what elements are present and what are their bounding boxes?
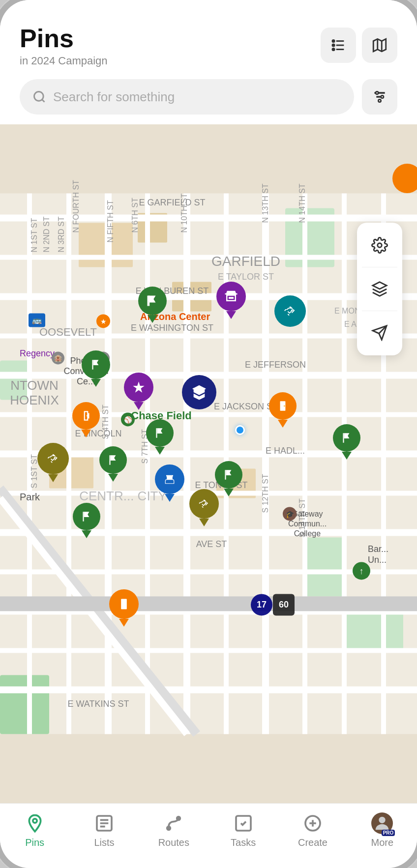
svg-rect-115 [92, 360, 93, 370]
pin-orange-door-3[interactable] [109, 589, 139, 627]
pin-green-flag-1[interactable] [138, 287, 167, 323]
pin-purple-star[interactable] [124, 373, 153, 410]
svg-text:Bar...: Bar... [368, 545, 388, 554]
header-top: Pins in 2024 Campaign [20, 25, 397, 67]
pin-purple-store[interactable] [216, 282, 246, 319]
svg-rect-121 [225, 470, 226, 480]
filter-button[interactable] [362, 79, 397, 115]
location-button[interactable] [362, 315, 397, 350]
svg-text:College: College [294, 530, 321, 538]
search-bar[interactable]: Search for something [20, 79, 354, 115]
svg-text:N FIFTH ST: N FIFTH ST [106, 200, 115, 242]
svg-text:S 4TH ST: S 4TH ST [101, 405, 110, 439]
svg-text:Regency: Regency [20, 349, 55, 359]
pin-orange-door-2[interactable] [269, 392, 297, 428]
svg-text:CENTR... CITY: CENTR... CITY [79, 489, 167, 504]
svg-rect-114 [149, 296, 149, 306]
pin-green-flag-2[interactable] [82, 350, 110, 387]
svg-text:HOENIX: HOENIX [10, 393, 59, 408]
svg-rect-118 [284, 405, 285, 406]
svg-rect-122 [83, 512, 84, 521]
svg-point-138 [178, 817, 179, 819]
svg-point-1 [332, 44, 334, 46]
svg-marker-127 [373, 282, 387, 289]
header: Pins in 2024 Campaign [0, 0, 417, 124]
nav-item-routes[interactable]: Routes [149, 812, 198, 848]
pin-green-flag-3[interactable] [146, 419, 174, 455]
header-icons [321, 28, 397, 63]
svg-line-9 [42, 100, 44, 102]
svg-text:Un...: Un... [368, 555, 387, 565]
nav-item-lists[interactable]: Lists [80, 812, 129, 848]
svg-text:N 6TH ST: N 6TH ST [131, 198, 139, 232]
nav-icon-lists [93, 812, 115, 834]
nav-label-lists: Lists [94, 837, 114, 848]
svg-point-137 [168, 827, 170, 829]
search-row: Search for something [20, 79, 397, 115]
pin-green-flag-4[interactable] [99, 446, 127, 482]
nav-item-pins[interactable]: Pins [10, 812, 60, 848]
nav-label-more: More [371, 837, 394, 848]
svg-rect-21 [0, 675, 49, 734]
svg-text:N 14TH ST: N 14TH ST [298, 183, 306, 223]
pin-green-flag-7[interactable] [333, 424, 360, 460]
svg-point-0 [332, 40, 334, 42]
pin-teal-handshake[interactable] [274, 295, 306, 327]
page-subtitle: in 2024 Campaign [20, 55, 108, 67]
pin-olive-handshake[interactable] [37, 443, 69, 482]
svg-text:GARFIELD: GARFIELD [211, 254, 280, 269]
map-container[interactable]: E GARFIELD ST E VAN BUREN ST E WASHINGTO… [0, 124, 417, 803]
svg-text:E JACKSON ST: E JACKSON ST [214, 402, 278, 412]
nav-item-more[interactable]: PRO More [357, 812, 407, 848]
phone-frame: Pins in 2024 Campaign [0, 0, 417, 868]
list-view-button[interactable] [321, 28, 356, 63]
svg-text:E WASHINGTON ST: E WASHINGTON ST [131, 323, 213, 333]
svg-text:N 10TH ST: N 10TH ST [180, 193, 188, 232]
svg-point-8 [34, 92, 44, 101]
svg-point-2 [332, 48, 334, 50]
nav-label-create: Create [298, 837, 328, 848]
svg-rect-52 [0, 597, 417, 611]
nav-item-tasks[interactable]: Tasks [219, 812, 268, 848]
svg-rect-19 [305, 538, 344, 597]
nav-label-pins: Pins [25, 837, 44, 848]
pin-blue-chair[interactable] [155, 464, 184, 502]
svg-rect-120 [109, 455, 110, 465]
search-placeholder: Search for something [53, 89, 175, 105]
svg-text:N 2ND ST: N 2ND ST [42, 216, 51, 252]
pin-green-flag-5[interactable] [215, 461, 242, 496]
nav-icon-routes [163, 812, 184, 834]
svg-point-126 [378, 243, 382, 248]
pin-green-flag-6[interactable] [73, 503, 100, 538]
pin-orange-door-1[interactable] [72, 402, 100, 437]
svg-text:NTOWN: NTOWN [10, 378, 59, 393]
svg-text:S 12TH ST: S 12TH ST [261, 474, 269, 513]
svg-text:Park: Park [20, 492, 40, 503]
map-view-button[interactable] [362, 28, 397, 63]
settings-button[interactable] [362, 228, 397, 263]
svg-text:N 13TH ST: N 13TH ST [261, 183, 269, 223]
svg-point-15 [378, 100, 381, 102]
svg-text:🎓: 🎓 [286, 511, 295, 519]
svg-text:Commun...: Commun... [288, 520, 327, 528]
svg-point-13 [376, 92, 378, 94]
nav-icon-tasks [233, 812, 254, 834]
pin-olive-handshake-2[interactable] [189, 489, 219, 526]
page-title: Pins [20, 25, 108, 53]
nav-item-create[interactable]: Create [288, 812, 337, 848]
svg-text:N FOURTH ST: N FOURTH ST [72, 180, 80, 232]
svg-text:N 3RD ST: N 3RD ST [57, 216, 65, 252]
svg-rect-123 [343, 433, 344, 443]
svg-text:OOSEVELT: OOSEVELT [39, 326, 97, 339]
nav-label-routes: Routes [158, 837, 189, 848]
pin-navy-box[interactable] [182, 375, 216, 409]
map-controls [357, 223, 402, 355]
svg-text:AVE ST: AVE ST [196, 540, 227, 550]
svg-text:🏨: 🏨 [54, 354, 62, 363]
svg-rect-20 [344, 611, 403, 651]
svg-text:E TAYLOR ST: E TAYLOR ST [218, 272, 274, 282]
layers-button[interactable] [362, 271, 397, 307]
svg-text:★: ★ [100, 318, 107, 326]
nav-icon-create [302, 812, 324, 834]
svg-point-14 [381, 96, 384, 98]
